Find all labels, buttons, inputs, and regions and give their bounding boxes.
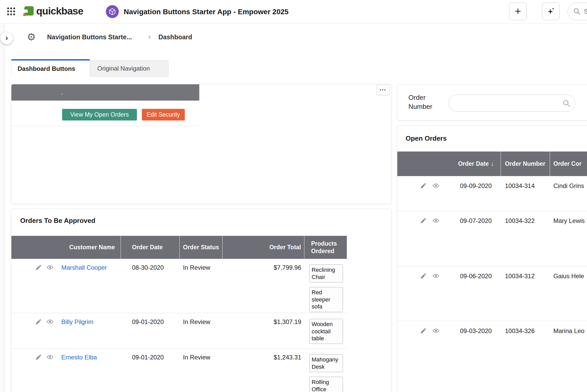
- order-status-cell: In Review: [180, 313, 223, 348]
- col-header-order-number[interactable]: Order Number: [501, 152, 550, 176]
- view-record-icon[interactable]: [47, 354, 53, 360]
- edit-record-icon[interactable]: [420, 327, 427, 334]
- breadcrumb-chevron-icon: ›: [148, 32, 151, 41]
- order-status-cell: In Review: [180, 349, 223, 392]
- plus-icon: +: [515, 5, 521, 18]
- table-header-row: Order Date ↓ Order Number Order Cor: [397, 152, 587, 176]
- tab-original-navigation[interactable]: Original Navigation: [90, 60, 168, 77]
- order-date-cell: 09-06-2020: [460, 273, 492, 321]
- view-record-icon[interactable]: [432, 182, 439, 189]
- order-total-cell: $1,243.31: [223, 349, 304, 392]
- chevron-right-icon: ›: [5, 33, 8, 42]
- order-total-cell: $1,307.19: [223, 313, 304, 348]
- table-header-row: Customer Name Order Date Order Status Or…: [11, 236, 347, 259]
- global-search-input[interactable]: Search: [568, 3, 587, 20]
- product-chip: Wooden cocktail table: [309, 319, 343, 344]
- orders-to-be-approved-card: Orders To Be Approved Customer Name Orde…: [11, 209, 392, 392]
- table-row: 09-06-2020 10034-312 Gaius Hele: [397, 266, 587, 321]
- order-contact-cell: Cindi Grins: [550, 176, 587, 211]
- top-navigation-bar: quickbase Navigation Buttons Starter App…: [0, 0, 587, 24]
- order-number-cell: 10034-322: [501, 211, 550, 266]
- order-number-cell: 10034-314: [501, 176, 550, 211]
- new-item-button[interactable]: +: [509, 3, 527, 20]
- breadcrumb-app-name[interactable]: Navigation Buttons Starte...: [47, 33, 132, 41]
- app-title: Navigation Buttons Starter App - Empower…: [124, 0, 289, 24]
- sparkle-icon: [546, 7, 555, 16]
- view-record-icon[interactable]: [432, 327, 439, 334]
- quickbase-wordmark[interactable]: quickbase: [36, 5, 83, 17]
- view-record-icon[interactable]: [47, 318, 53, 325]
- table-row: 09-07-2020 10034-322 Mary Lewis: [397, 211, 587, 266]
- order-contact-cell: Mary Lewis: [550, 211, 587, 266]
- sort-desc-icon: ↓: [491, 160, 494, 167]
- report-title: Orders To Be Approved: [20, 217, 95, 225]
- order-date-cell: 09-01-2020: [121, 313, 180, 348]
- widget-divider: [11, 126, 200, 126]
- cube-icon: [108, 7, 116, 16]
- order-contact-cell: Marina Leo: [550, 321, 587, 392]
- navigation-buttons-widget: . View My Open Orders Edit Security •••: [11, 84, 392, 204]
- widget-overflow-menu-button[interactable]: •••: [376, 85, 390, 95]
- view-record-icon[interactable]: [432, 217, 439, 224]
- col-header-order-contact[interactable]: Order Cor: [550, 152, 587, 176]
- col-header-order-date[interactable]: Order Date ↓: [397, 152, 501, 176]
- order-total-cell: $7,799.96: [223, 259, 304, 313]
- order-number-input[interactable]: [449, 95, 575, 112]
- ai-sparkle-button[interactable]: [542, 3, 560, 20]
- breadcrumb-page: Dashboard: [158, 33, 192, 41]
- edit-record-icon[interactable]: [35, 354, 42, 360]
- col-header-order-status[interactable]: Order Status: [180, 236, 223, 259]
- search-icon[interactable]: [562, 99, 571, 109]
- apps-grid-icon[interactable]: [6, 6, 17, 17]
- edit-record-icon[interactable]: [420, 217, 427, 224]
- order-number-search-card: Order Number: [397, 84, 587, 120]
- edit-record-icon[interactable]: [420, 273, 427, 279]
- order-date-cell: 09-03-2020: [460, 327, 492, 392]
- order-status-cell: In Review: [180, 259, 223, 313]
- sidebar-expand-button[interactable]: ›: [1, 32, 13, 44]
- order-date-cell: 08-30-2020: [121, 259, 180, 313]
- product-chip: Mahogany Desk: [309, 354, 343, 372]
- order-date-cell: 09-07-2020: [460, 217, 492, 266]
- col-header-customer-name[interactable]: Customer Name: [11, 236, 121, 259]
- product-chip: Red sleeper sofa: [309, 287, 343, 312]
- table-row: Marshall Cooper 08-30-2020 In Review $7,…: [11, 259, 347, 313]
- col-header-order-date[interactable]: Order Date: [121, 236, 180, 259]
- edit-record-icon[interactable]: [35, 264, 42, 271]
- customer-name-link[interactable]: Marshall Cooper: [61, 264, 107, 271]
- table-row: Billy Pilgrim 09-01-2020 In Review $1,30…: [11, 313, 347, 349]
- quickbase-logo-icon[interactable]: [23, 6, 34, 17]
- edit-security-button[interactable]: Edit Security: [142, 109, 185, 120]
- product-chip: Reclining Chair: [309, 265, 343, 282]
- table-row: Ernesto Elba 09-01-2020 In Review $1,243…: [11, 349, 347, 392]
- order-number-cell: 10034-326: [501, 321, 550, 392]
- open-orders-card: Open Orders Order Date ↓ Order Number Or…: [397, 125, 587, 392]
- app-settings-gear-icon[interactable]: ⚙: [25, 31, 37, 43]
- app-icon: [106, 5, 119, 18]
- table-row: 09-03-2020 10034-326 Marina Leo: [397, 321, 587, 392]
- customer-name-link[interactable]: Billy Pilgrim: [61, 318, 93, 326]
- edit-record-icon[interactable]: [35, 318, 42, 325]
- order-date-cell: 09-09-2020: [460, 182, 492, 211]
- widget-title-bar: .: [11, 84, 199, 101]
- search-icon: [573, 7, 581, 15]
- col-header-order-total[interactable]: Order Total: [223, 236, 304, 259]
- edit-record-icon[interactable]: [420, 182, 427, 189]
- product-chip: Rolling Office: [309, 377, 343, 392]
- order-contact-cell: Gaius Hele: [550, 266, 587, 321]
- tab-dashboard-buttons[interactable]: Dashboard Buttons: [11, 59, 90, 77]
- global-search-placeholder: Search: [584, 8, 587, 15]
- view-my-open-orders-button[interactable]: View My Open Orders: [62, 109, 137, 120]
- collapsed-sidebar-rail: [0, 24, 4, 392]
- customer-name-link[interactable]: Ernesto Elba: [61, 354, 97, 361]
- report-title: Open Orders: [406, 134, 447, 142]
- order-date-cell: 09-01-2020: [121, 349, 180, 392]
- order-number-label: Order Number: [408, 93, 441, 111]
- order-number-cell: 10034-312: [501, 266, 550, 321]
- view-record-icon[interactable]: [432, 273, 439, 279]
- col-header-products-ordered[interactable]: Products Ordered: [304, 236, 347, 259]
- view-record-icon[interactable]: [47, 264, 53, 271]
- table-row: 09-09-2020 10034-314 Cindi Grins: [397, 176, 587, 211]
